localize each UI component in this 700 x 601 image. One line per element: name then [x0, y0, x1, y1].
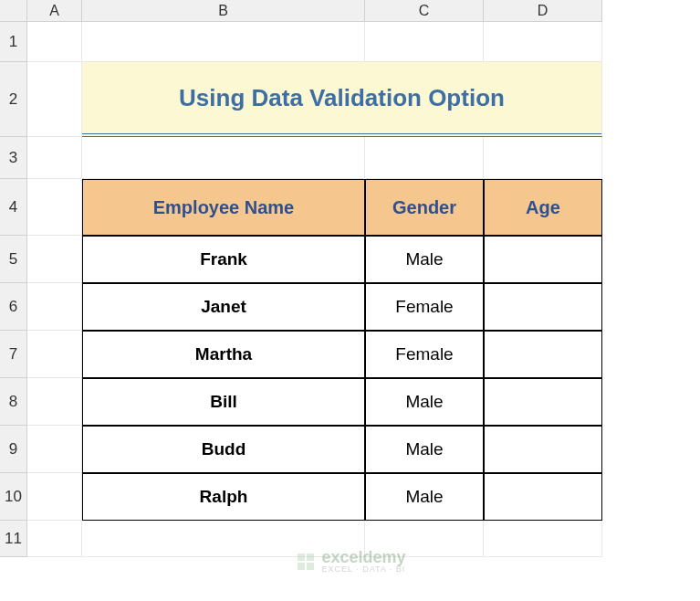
cell-a3[interactable] — [27, 137, 82, 179]
cell-name-1[interactable]: Janet — [82, 283, 365, 331]
cell-a6[interactable] — [27, 283, 82, 331]
cell-a11[interactable] — [27, 521, 82, 557]
watermark-brand: exceldemy — [321, 549, 405, 565]
cell-a9[interactable] — [27, 426, 82, 473]
cell-age-3[interactable] — [484, 378, 602, 426]
watermark-icon — [294, 551, 316, 573]
header-employee-name[interactable]: Employee Name — [82, 179, 365, 236]
row-header-10[interactable]: 10 — [0, 473, 27, 521]
cell-gender-0[interactable]: Male — [365, 236, 484, 283]
cell-c3[interactable] — [365, 137, 484, 179]
row-header-6[interactable]: 6 — [0, 283, 27, 331]
row-header-4[interactable]: 4 — [0, 179, 27, 236]
cell-gender-1[interactable]: Female — [365, 283, 484, 331]
cell-age-5[interactable] — [484, 473, 602, 521]
col-header-b[interactable]: B — [82, 0, 365, 22]
cell-d11[interactable] — [484, 521, 602, 557]
cell-gender-2[interactable]: Female — [365, 331, 484, 378]
cell-d3[interactable] — [484, 137, 602, 179]
cell-a7[interactable] — [27, 331, 82, 378]
cell-a8[interactable] — [27, 378, 82, 426]
row-header-11[interactable]: 11 — [0, 521, 27, 557]
cell-gender-5[interactable]: Male — [365, 473, 484, 521]
row-header-3[interactable]: 3 — [0, 137, 27, 179]
row-header-5[interactable]: 5 — [0, 236, 27, 283]
svg-rect-1 — [306, 554, 313, 561]
cell-name-4[interactable]: Budd — [82, 426, 365, 473]
title-cell[interactable]: Using Data Validation Option — [82, 62, 602, 137]
row-header-8[interactable]: 8 — [0, 378, 27, 426]
cell-a2[interactable] — [27, 62, 82, 137]
cell-age-1[interactable] — [484, 283, 602, 331]
svg-rect-3 — [306, 563, 313, 570]
cell-c1[interactable] — [365, 22, 484, 62]
cell-name-0[interactable]: Frank — [82, 236, 365, 283]
cell-name-5[interactable]: Ralph — [82, 473, 365, 521]
cell-name-2[interactable]: Martha — [82, 331, 365, 378]
cell-a1[interactable] — [27, 22, 82, 62]
col-header-a[interactable]: A — [27, 0, 82, 22]
watermark: exceldemy EXCEL · DATA · BI — [294, 549, 405, 574]
spreadsheet-grid: A B C D 1 2 Using Data Validation Option… — [0, 0, 700, 557]
cell-gender-3[interactable]: Male — [365, 378, 484, 426]
cell-gender-4[interactable]: Male — [365, 426, 484, 473]
cell-age-4[interactable] — [484, 426, 602, 473]
header-age[interactable]: Age — [484, 179, 602, 236]
col-header-c[interactable]: C — [365, 0, 484, 22]
cell-b3[interactable] — [82, 137, 365, 179]
svg-rect-2 — [297, 563, 304, 570]
watermark-tagline: EXCEL · DATA · BI — [321, 565, 405, 574]
col-header-d[interactable]: D — [484, 0, 602, 22]
cell-d1[interactable] — [484, 22, 602, 62]
row-header-1[interactable]: 1 — [0, 22, 27, 62]
row-header-7[interactable]: 7 — [0, 331, 27, 378]
select-all-corner[interactable] — [0, 0, 27, 22]
row-header-2[interactable]: 2 — [0, 62, 27, 137]
cell-a4[interactable] — [27, 179, 82, 236]
cell-age-0[interactable] — [484, 236, 602, 283]
cell-a5[interactable] — [27, 236, 82, 283]
cell-age-2[interactable] — [484, 331, 602, 378]
cell-b1[interactable] — [82, 22, 365, 62]
svg-rect-0 — [297, 554, 304, 561]
cell-name-3[interactable]: Bill — [82, 378, 365, 426]
row-header-9[interactable]: 9 — [0, 426, 27, 473]
cell-a10[interactable] — [27, 473, 82, 521]
header-gender[interactable]: Gender — [365, 179, 484, 236]
